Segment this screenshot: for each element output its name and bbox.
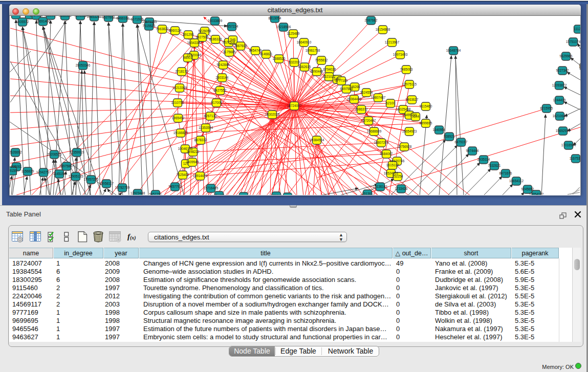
svg-text:10961758: 10961758 [306,49,320,52]
svg-text:18302025: 18302025 [265,113,280,116]
svg-text:11353594: 11353594 [199,126,213,129]
svg-text:(x): (x) [130,235,136,241]
svg-text:1010755: 1010755 [171,101,184,104]
svg-text:12923448: 12923448 [130,191,145,195]
svg-text:7515526: 7515526 [143,24,156,28]
svg-text:3624554: 3624554 [360,91,373,94]
svg-text:10973493: 10973493 [393,53,408,56]
svg-text:8427552: 8427552 [214,89,227,92]
svg-text:938921: 938921 [444,135,455,138]
svg-text:1167533: 1167533 [570,157,580,160]
svg-text:9684067: 9684067 [380,152,393,156]
svg-text:6479197: 6479197 [455,140,468,144]
svg-text:546: 546 [230,38,236,41]
svg-text:2867608: 2867608 [234,44,247,48]
svg-text:9457791: 9457791 [169,185,182,188]
svg-text:8471676: 8471676 [499,171,512,175]
svg-text:1405572: 1405572 [16,20,29,24]
svg-text:917006: 917006 [211,101,222,104]
svg-text:7632621: 7632621 [488,164,501,167]
svg-text:17957225: 17957225 [84,178,99,181]
svg-text:29975867: 29975867 [59,164,74,168]
svg-text:2087682: 2087682 [365,18,378,22]
svg-text:16033809: 16033809 [208,19,223,23]
svg-text:7663822: 7663822 [156,27,169,31]
svg-text:2935114: 2935114 [477,158,490,161]
svg-text:2803144: 2803144 [216,76,229,79]
svg-text:9115460: 9115460 [420,104,432,108]
svg-text:9146821: 9146821 [260,52,273,56]
svg-text:19218506: 19218506 [276,25,291,29]
svg-text:8878332: 8878332 [194,138,207,142]
svg-text:1156829: 1156829 [21,169,34,173]
svg-text:10688609: 10688609 [367,129,382,133]
svg-text:16654923: 16654923 [402,129,417,133]
svg-text:12975115: 12975115 [402,82,417,86]
svg-text:2718170: 2718170 [176,70,188,73]
svg-text:16914479: 16914479 [193,174,208,178]
svg-text:7955812: 7955812 [315,58,328,62]
svg-text:20364436: 20364436 [347,97,362,101]
svg-text:9463627: 9463627 [406,98,419,101]
svg-text:16640910: 16640910 [297,40,312,44]
svg-text:9329966: 9329966 [560,54,573,58]
svg-text:10954022: 10954022 [529,192,544,195]
svg-text:1733426: 1733426 [395,187,408,190]
svg-text:6466160: 6466160 [117,16,129,20]
svg-text:15751074: 15751074 [566,40,580,43]
svg-text:39159: 39159 [10,169,17,172]
svg-text:9242848: 9242848 [217,63,230,67]
svg-text:12213369: 12213369 [172,86,187,90]
svg-text:28053346: 28053346 [76,63,91,67]
svg-text:832203: 832203 [289,60,300,64]
svg-text:1409949: 1409949 [186,160,199,164]
svg-text:175364: 175364 [271,194,282,195]
svg-text:3498222: 3498222 [187,150,200,154]
svg-text:10958117: 10958117 [99,182,114,185]
svg-text:10654112: 10654112 [509,179,524,183]
svg-text:16648784: 16648784 [446,49,461,52]
svg-text:1125489: 1125489 [287,32,300,35]
svg-text:1615112: 1615112 [386,163,399,167]
svg-text:8813054: 8813054 [269,16,281,20]
svg-text:62100: 62100 [386,101,395,105]
svg-text:2293169: 2293169 [10,16,23,16]
svg-text:16210643: 16210643 [553,114,568,118]
svg-text:12093872: 12093872 [552,83,567,87]
svg-text:2626692: 2626692 [10,150,22,154]
svg-text:9457791: 9457791 [149,192,162,195]
svg-text:15692971: 15692971 [556,129,571,133]
svg-text:18807209: 18807209 [374,141,389,144]
svg-text:1362615: 1362615 [298,65,311,69]
svg-text:835061: 835061 [11,165,22,168]
svg-text:10025458: 10025458 [396,107,411,111]
svg-text:7625402: 7625402 [177,173,189,177]
svg-text:151361: 151361 [362,192,373,195]
svg-text:10853257: 10853257 [87,16,102,18]
svg-text:8960124: 8960124 [169,29,182,32]
svg-text:7857224: 7857224 [226,25,238,28]
svg-text:947514: 947514 [238,194,249,195]
svg-text:9827506: 9827506 [196,35,209,39]
svg-text:9474444: 9474444 [466,149,479,152]
svg-text:9777169: 9777169 [335,79,348,82]
svg-text:9886308: 9886308 [59,16,72,17]
svg-text:10807487: 10807487 [371,96,386,99]
svg-text:18724007: 18724007 [287,104,302,107]
svg-text:891295: 891295 [183,33,194,36]
svg-text:120105: 120105 [579,64,580,68]
svg-text:12942757: 12942757 [36,170,51,174]
svg-text:8467931: 8467931 [30,16,43,17]
svg-text:6794028: 6794028 [323,68,336,71]
svg-text:1588520: 1588520 [273,57,286,60]
svg-text:8454749: 8454749 [249,49,262,52]
svg-text:17016504: 17016504 [561,143,576,147]
svg-text:7986372: 7986372 [355,107,368,111]
svg-text:761446: 761446 [213,193,225,195]
svg-text:1640954: 1640954 [433,128,446,132]
svg-text:3175685: 3175685 [223,50,236,54]
svg-text:19384554: 19384554 [310,138,324,142]
svg-text:98901: 98901 [183,56,192,59]
svg-text:9115367: 9115367 [45,16,57,17]
svg-text:8990448: 8990448 [311,70,323,73]
